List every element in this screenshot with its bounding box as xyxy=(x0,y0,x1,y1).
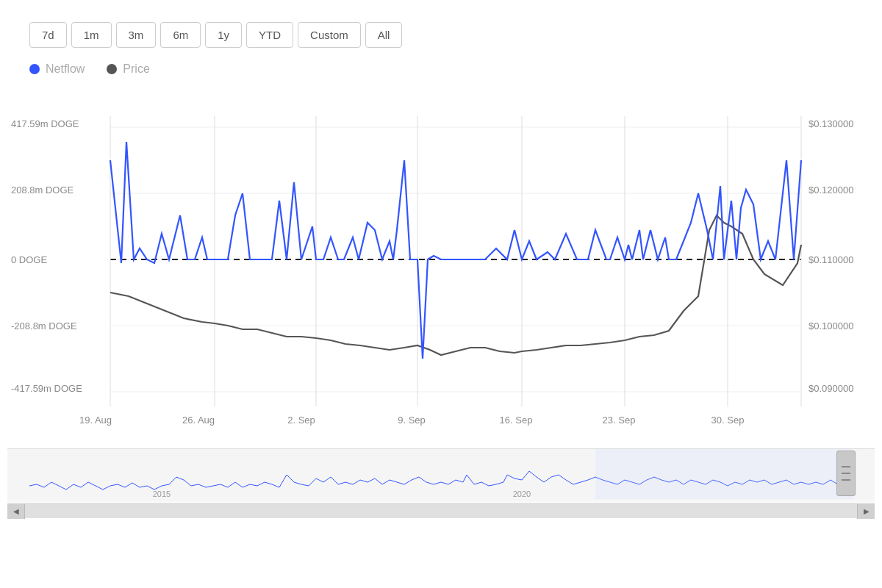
btn-3m[interactable]: 3m xyxy=(116,22,157,48)
svg-text:$0.120000: $0.120000 xyxy=(808,184,853,196)
legend-price: Price xyxy=(107,62,149,76)
svg-text:2015: 2015 xyxy=(153,490,171,498)
svg-text:23. Sep: 23. Sep xyxy=(603,415,636,426)
price-dot xyxy=(107,64,117,74)
svg-text:2020: 2020 xyxy=(513,490,531,498)
btn-6m[interactable]: 6m xyxy=(160,22,201,48)
main-container: 7d 1m 3m 6m 1y YTD Custom All Netflow Pr… xyxy=(0,0,882,588)
svg-text:2. Sep: 2. Sep xyxy=(287,415,315,426)
legend-netflow: Netflow xyxy=(29,62,85,76)
svg-text:-208.8m DOGE: -208.8m DOGE xyxy=(11,320,77,331)
legend: Netflow Price xyxy=(7,55,875,79)
svg-text:417.59m DOGE: 417.59m DOGE xyxy=(11,118,79,129)
chart-area: intoTheBlock 417.59m DOGE 208.8m DOGE 0 … xyxy=(7,87,875,447)
btn-all[interactable]: All xyxy=(365,22,403,48)
svg-text:16. Sep: 16. Sep xyxy=(500,415,533,426)
btn-custom[interactable]: Custom xyxy=(298,22,361,48)
svg-text:-417.59m DOGE: -417.59m DOGE xyxy=(11,383,82,394)
svg-text:$0.100000: $0.100000 xyxy=(808,320,853,331)
svg-text:26. Aug: 26. Aug xyxy=(182,415,215,426)
netflow-dot xyxy=(29,64,40,74)
handle-line-1 xyxy=(842,466,850,467)
scroll-right-button[interactable]: ▶ xyxy=(857,504,875,519)
svg-text:$0.090000: $0.090000 xyxy=(808,383,853,394)
svg-text:$0.110000: $0.110000 xyxy=(808,254,853,265)
svg-rect-3 xyxy=(7,87,875,447)
time-buttons: 7d 1m 3m 6m 1y YTD Custom All xyxy=(7,15,875,55)
btn-7d[interactable]: 7d xyxy=(29,22,67,48)
navigator-container: 2015 2020 ◀ ▶ xyxy=(7,448,875,514)
navigator-handle[interactable] xyxy=(836,451,856,496)
netflow-label: Netflow xyxy=(46,62,85,76)
svg-text:19. Aug: 19. Aug xyxy=(79,415,112,426)
scroll-track[interactable] xyxy=(25,504,857,518)
svg-text:9. Sep: 9. Sep xyxy=(398,415,426,426)
price-label: Price xyxy=(123,62,149,76)
btn-1y[interactable]: 1y xyxy=(205,22,242,48)
svg-text:0 DOGE: 0 DOGE xyxy=(11,254,47,265)
btn-1m[interactable]: 1m xyxy=(71,22,112,48)
scroll-left-button[interactable]: ◀ xyxy=(7,504,25,519)
navigator-handle-lines xyxy=(842,465,850,482)
svg-rect-38 xyxy=(595,449,853,499)
handle-line-3 xyxy=(842,479,850,481)
svg-text:208.8m DOGE: 208.8m DOGE xyxy=(11,184,74,196)
svg-text:$0.130000: $0.130000 xyxy=(808,118,853,129)
svg-text:30. Sep: 30. Sep xyxy=(711,415,745,426)
navigator-svg: 2015 2020 xyxy=(7,449,875,501)
chart-svg: 417.59m DOGE 208.8m DOGE 0 DOGE -208.8m … xyxy=(7,87,875,447)
handle-line-2 xyxy=(842,473,850,474)
scroll-bar: ◀ ▶ xyxy=(7,503,875,518)
btn-ytd[interactable]: YTD xyxy=(246,22,293,48)
